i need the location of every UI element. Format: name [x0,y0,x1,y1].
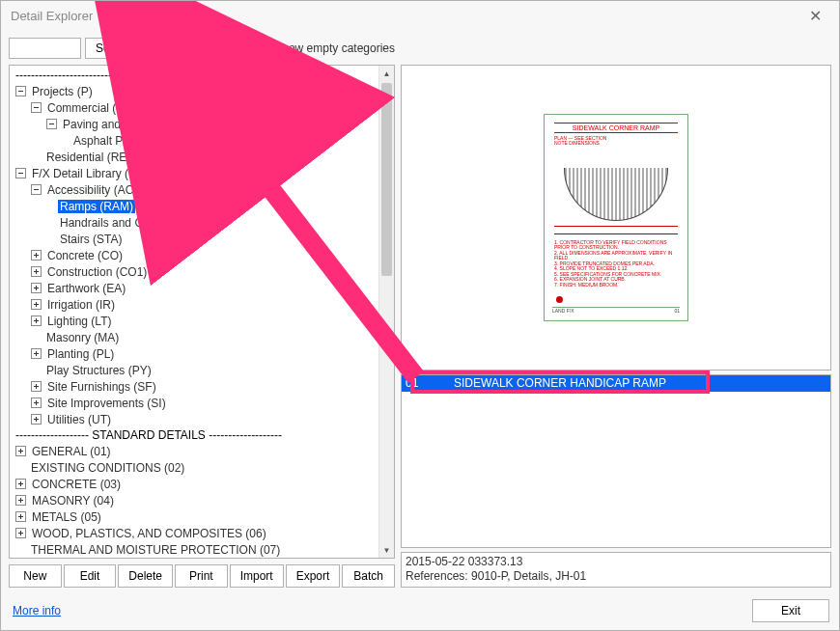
tree-furnishings[interactable]: Site Furnishings (SF) [45,380,158,394]
scroll-down-icon[interactable]: ▼ [379,542,394,558]
expand-icon[interactable] [15,479,26,489]
exit-button[interactable]: Exit [752,599,829,622]
scroll-up-icon[interactable]: ▲ [379,66,394,81]
tree-view[interactable]: -------------------------- DETAILS -----… [10,66,378,558]
collapse-icon[interactable] [31,102,42,113]
export-button[interactable]: Export [286,564,341,588]
tree-asphalt[interactable]: Asphalt Paving (ASPH) [71,134,195,148]
status-bar: 2015-05-22 033373.13 References: 9010-P,… [401,552,831,588]
tree-concrete[interactable]: Concrete (CO) [45,249,125,262]
collapse-icon[interactable] [15,168,26,178]
tree-improvements[interactable]: Site Improvements (SI) [45,397,168,410]
list-item-name: SIDEWALK CORNER HANDICAP RAMP [454,376,666,390]
import-button[interactable]: Import [230,564,284,588]
expand-icon[interactable] [31,414,42,425]
tree-handrails[interactable]: Handrails and Grab Bars (RLS) [58,216,223,230]
tree-utilities[interactable]: Utilities (UT) [45,413,113,426]
delete-button[interactable]: Delete [118,564,173,588]
tree-paving[interactable]: Paving and Surfacing (PAV) [61,118,208,131]
tree-lighting[interactable]: Lighting (LT) [45,315,113,328]
expand-icon[interactable] [31,283,42,293]
status-line2: References: 9010-P, Details, JH-01 [406,569,826,585]
list-item-number: 01 [406,376,434,390]
batch-button[interactable]: Batch [342,564,395,588]
collapse-icon[interactable] [15,86,26,96]
tree-commercial[interactable]: Commercial (CO) [45,101,139,115]
scroll-thumb[interactable] [381,83,392,276]
tree-masonry-std[interactable]: MASONRY (04) [30,494,116,508]
expand-icon[interactable] [31,348,42,359]
expand-icon[interactable] [15,446,26,456]
search-input[interactable] [9,38,81,59]
tree-irrigation[interactable]: Irrigation (IR) [45,298,117,312]
tree-thermal[interactable]: THERMAL AND MOISTURE PROTECTION (07) [29,543,282,557]
expand-icon[interactable] [31,266,42,277]
expand-icon[interactable] [31,398,42,408]
expand-icon[interactable] [15,495,26,506]
tree-wood[interactable]: WOOD, PLASTICS, AND COMPOSITES (06) [30,527,268,540]
collapse-icon[interactable] [31,184,42,195]
tree-accessibility[interactable]: Accessibility (AC) [45,183,139,197]
expand-icon[interactable] [31,250,42,261]
expand-icon[interactable] [31,381,42,392]
expand-icon[interactable] [15,528,26,538]
tree-ramps[interactable]: Ramps (RAM) [58,200,135,213]
more-info-link[interactable]: More info [13,604,61,617]
section-details: -------------------------- DETAILS -----… [12,68,378,83]
tree-stairs[interactable]: Stairs (STA) [58,233,124,246]
tree-construction[interactable]: Construction (CO1) [45,265,149,279]
expand-icon[interactable] [31,316,42,326]
window-title: Detail Explorer [11,9,801,23]
show-empty-label: Show empty categories [274,41,395,55]
tree-planting[interactable]: Planting (PL) [45,347,116,361]
checkmark-icon [257,41,270,55]
collapse-icon[interactable] [46,119,57,129]
list-item[interactable]: 01 SIDEWALK CORNER HANDICAP RAMP [402,375,830,392]
edit-button[interactable]: Edit [64,564,117,588]
more-options-button[interactable]: ... [147,38,170,59]
detail-thumbnail[interactable]: SIDEWALK CORNER RAMP PLAN — SEE SECTIONN… [544,114,688,321]
close-icon[interactable]: ✕ [801,3,829,29]
scrollbar[interactable]: ▲ ▼ [378,66,394,558]
detail-list[interactable]: 01 SIDEWALK CORNER HANDICAP RAMP [401,374,831,548]
tree-concrete-std[interactable]: CONCRETE (03) [30,478,123,491]
tree-metals[interactable]: METALS (05) [30,510,103,524]
section-standard: ------------------- STANDARD DETAILS ---… [12,427,378,443]
tree-projects[interactable]: Projects (P) [30,85,95,98]
titlebar: Detail Explorer ✕ [1,1,839,30]
expand-icon[interactable] [31,299,42,310]
new-button[interactable]: New [9,564,62,588]
tree-play[interactable]: Play Structures (PY) [44,364,154,377]
tree-residential[interactable]: Residential (RE) [44,151,132,164]
tree-fx[interactable]: F/X Detail Library (FX) [30,167,149,180]
preview-pane: SIDEWALK CORNER RAMP PLAN — SEE SECTIONN… [401,65,831,370]
tree-masonry[interactable]: Masonry (MA) [44,331,121,344]
expand-icon[interactable] [15,511,26,522]
tree-general[interactable]: GENERAL (01) [30,445,113,458]
search-button[interactable]: Search [85,38,143,59]
show-empty-checkbox[interactable]: Show empty categories [257,41,395,55]
tree-existing[interactable]: EXISTING CONDITIONS (02) [29,461,186,475]
tree-earthwork[interactable]: Earthwork (EA) [45,282,127,295]
print-button[interactable]: Print [175,564,228,588]
status-line1: 2015-05-22 033373.13 [406,555,826,570]
